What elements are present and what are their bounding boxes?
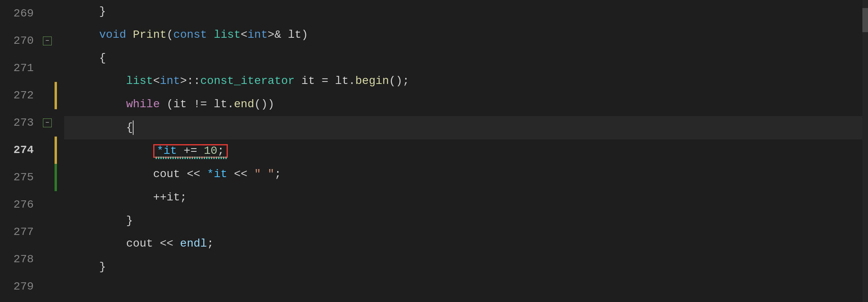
scrollbar-thumb[interactable] [862,8,868,32]
git-gutter-cell [55,164,63,191]
code-line[interactable]: ++it; [64,186,868,209]
line-number: 279 [0,273,40,300]
code-token: const_iterator [200,76,294,87]
text-cursor [133,120,134,135]
code-content-area[interactable]: } void Print(const list<int>& lt) { list… [64,0,868,302]
git-gutter-cell [55,82,63,109]
gutter-row: 273− [0,109,64,137]
fold-gutter-cell [40,0,55,27]
fold-gutter-cell [40,137,55,164]
code-line[interactable]: } [64,0,868,23]
code-token [72,169,153,180]
fold-button[interactable]: − [43,118,52,127]
code-token: ; [207,238,214,249]
line-number: 278 [0,246,40,273]
code-line[interactable] [64,279,868,302]
code-token: } [72,261,106,273]
code-token: list [126,76,153,87]
code-token [72,99,126,110]
code-line[interactable]: cout << endl; [64,232,868,255]
code-line[interactable]: list<int>::const_iterator it = lt.begin(… [64,70,868,93]
fold-gutter-cell [40,218,55,246]
code-token [72,192,153,203]
line-number: 277 [0,218,40,246]
fold-gutter-cell [40,55,55,82]
git-indicator [55,300,57,302]
git-gutter-cell [55,137,63,164]
code-token: } [72,6,106,17]
code-token: { [72,122,133,133]
code-line[interactable]: void Print(const list<int>& lt) [64,23,868,47]
code-token: 10 [204,145,217,157]
code-token: cout [126,238,153,249]
code-token: endl [180,238,207,249]
code-line[interactable]: { [64,47,868,70]
code-line[interactable]: } [64,209,868,233]
code-line[interactable]: } [64,255,868,279]
gutter-row: 276 [0,191,64,218]
code-token: >& lt) [268,29,308,41]
code-token: ()) [254,99,274,110]
code-indent [72,145,153,157]
code-token: << [227,169,254,180]
line-number: 280 [0,300,40,302]
fold-gutter-cell [40,164,55,191]
code-line[interactable]: while (it != lt.end()) [64,93,868,116]
code-token [126,29,133,41]
gutter-row: 277 [0,218,64,246]
gutter-row: 274 [0,137,64,164]
code-token: ++it; [153,192,187,203]
fold-gutter-cell [40,191,55,218]
line-number-column: 269270−271272273−27427527627727827928028… [0,0,64,302]
fold-gutter-cell [40,273,55,300]
code-editor: 269270−271272273−27427527627727827928028… [0,0,868,302]
git-gutter-cell [55,0,63,27]
git-indicator [55,218,57,246]
gutter-row: 269 [0,0,64,27]
code-token: end [234,99,254,110]
git-indicator [55,82,57,109]
code-line[interactable]: *it += 10; [64,139,868,163]
line-number: 275 [0,164,40,191]
line-number: 274 [0,137,40,164]
code-token: it = lt. [295,76,355,87]
git-indicator [55,164,57,191]
code-token: begin [355,76,389,87]
git-indicator [55,55,57,82]
code-token: << [180,169,207,180]
gutter-row: 270− [0,27,64,55]
code-token: int [247,29,268,41]
code-token: void [99,29,126,41]
code-token: const [173,29,207,41]
git-indicator [55,27,57,55]
fold-gutter-cell: − [40,27,55,55]
line-number: 270 [0,27,40,55]
line-number: 269 [0,0,40,27]
fold-gutter-cell: − [40,109,55,137]
code-line[interactable]: cout << *it << " "; [64,163,868,186]
code-token: (); [389,76,409,87]
code-token: *it [207,169,227,180]
line-number: 272 [0,82,40,109]
code-token: *it [157,145,177,157]
git-gutter-cell [55,109,63,137]
editor-gutter: 269270−271272273−27427527627727827928028… [0,0,64,302]
code-token: list [207,29,241,41]
code-token: ; [274,169,281,180]
gutter-row: 278 [0,246,64,273]
code-token: < [153,76,160,87]
fold-gutter-cell [40,246,55,273]
fold-gutter-cell [40,300,55,302]
line-number: 273 [0,109,40,137]
fold-button[interactable]: − [43,37,52,45]
code-token [72,29,99,41]
code-token: >:: [180,76,200,87]
gutter-row: 272 [0,82,64,109]
code-token [72,238,126,249]
gutter-row: 280 [0,300,64,302]
gutter-row: 275 [0,164,64,191]
git-gutter-cell [55,27,63,55]
code-line[interactable]: { [64,116,868,139]
vertical-scrollbar[interactable] [862,0,868,302]
git-gutter-cell [55,191,63,218]
